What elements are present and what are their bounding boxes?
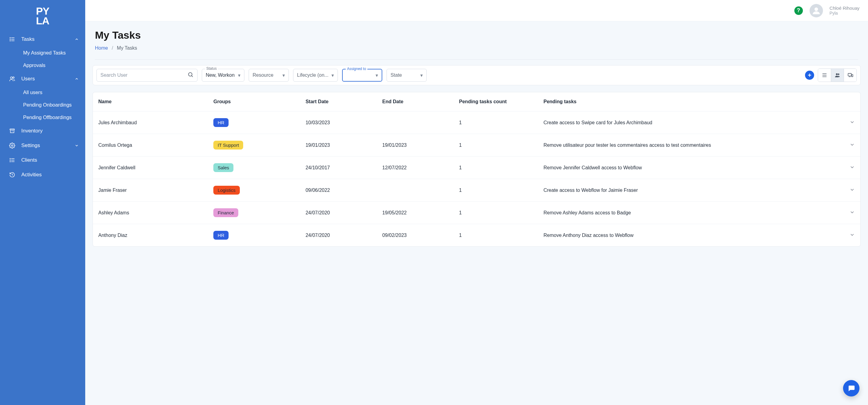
sidebar-item-tasks[interactable]: Tasks	[0, 32, 85, 47]
filter-value: New, Workon	[206, 73, 235, 78]
sidebar-item-label: Activities	[21, 172, 79, 178]
cell-start: 24/07/2020	[300, 224, 377, 247]
cell-count: 1	[454, 224, 538, 247]
filter-status[interactable]: Status New, Workon ▾	[202, 69, 244, 82]
filter-placeholder: Resource	[253, 73, 273, 78]
breadcrumb: Home / My Tasks	[95, 46, 858, 51]
sidebar-item-settings[interactable]: Settings	[0, 138, 85, 153]
cell-group: HR	[208, 112, 300, 134]
sidebar-item-my-assigned-tasks[interactable]: My Assigned Tasks	[0, 47, 85, 59]
sidebar-item-label: Tasks	[21, 36, 68, 42]
cell-end	[377, 112, 454, 134]
view-toggle	[818, 68, 857, 82]
search-input[interactable]	[100, 73, 187, 78]
col-end-date: End Date	[377, 92, 454, 112]
chevron-up-icon	[74, 37, 79, 42]
cell-task: Create access to Swipe card for Jules Ar…	[538, 112, 822, 134]
svg-rect-25	[848, 74, 851, 76]
cell-count: 1	[454, 112, 538, 134]
sidebar-item-inventory[interactable]: Inventory	[0, 124, 85, 138]
user-meta: Chloé Rihouay Pyla	[830, 5, 860, 16]
cell-end: 12/07/2022	[377, 156, 454, 179]
table-row[interactable]: Jules ArchimbaudHR10/03/20231Create acce…	[93, 112, 860, 134]
page-title: My Tasks	[95, 29, 858, 41]
expand-row-button[interactable]	[822, 224, 860, 247]
avatar[interactable]	[810, 4, 823, 17]
sidebar-item-label: Inventory	[21, 128, 79, 134]
cell-task: Remove Jennifer Caldwell access to Webfl…	[538, 156, 822, 179]
table-row[interactable]: Ashley AdamsFinance24/07/202019/05/20221…	[93, 202, 860, 224]
search-icon	[187, 71, 193, 79]
cell-group: Sales	[208, 156, 300, 179]
cell-name: Comilus Ortega	[93, 134, 208, 156]
group-tag: IT Support	[213, 141, 243, 149]
sidebar-item-approvals[interactable]: Approvals	[0, 59, 85, 71]
expand-row-button[interactable]	[822, 179, 860, 202]
filter-label: Status	[205, 66, 218, 70]
expand-row-button[interactable]	[822, 134, 860, 156]
sidebar-item-pending-onboardings[interactable]: Pending Onboardings	[0, 99, 85, 111]
breadcrumb-current: My Tasks	[117, 46, 137, 51]
sidebar-item-label: Approvals	[23, 62, 45, 68]
svg-point-18	[188, 73, 192, 76]
sidebar-item-all-users[interactable]: All users	[0, 86, 85, 99]
view-devices-button[interactable]	[844, 69, 857, 82]
cell-name: Jules Archimbaud	[93, 112, 208, 134]
filter-placeholder: State	[391, 73, 402, 78]
sidebar-item-activities[interactable]: Activities	[0, 168, 85, 182]
breadcrumb-home-link[interactable]: Home	[95, 46, 108, 51]
list-icon	[9, 36, 15, 42]
search-input-wrap[interactable]	[96, 69, 197, 82]
filter-label: Assigned to	[346, 67, 367, 71]
chevron-down-icon	[849, 142, 855, 147]
svg-rect-8	[10, 129, 14, 130]
table-row[interactable]: Anthony DiazHR24/07/202009/02/20231Remov…	[93, 224, 860, 247]
svg-point-23	[836, 74, 838, 75]
sidebar-item-clients[interactable]: Clients	[0, 153, 85, 168]
table-row[interactable]: Jamie FraserLogistics09/06/20221Create a…	[93, 179, 860, 202]
table-row[interactable]: Comilus OrtegaIT Support19/01/202319/01/…	[93, 134, 860, 156]
view-list-button[interactable]	[818, 69, 831, 82]
chevron-down-icon	[849, 119, 855, 125]
group-tag: Logistics	[213, 186, 240, 195]
svg-point-3	[10, 37, 11, 38]
cell-start: 24/07/2020	[300, 202, 377, 224]
cell-count: 1	[454, 179, 538, 202]
sidebar-item-label: My Assigned Tasks	[23, 50, 66, 55]
chevron-down-icon: ▾	[282, 73, 285, 78]
sidebar-item-pending-offboardings[interactable]: Pending Offboardings	[0, 111, 85, 124]
expand-row-button[interactable]	[822, 156, 860, 179]
chat-fab[interactable]	[843, 380, 860, 397]
svg-point-10	[11, 145, 13, 146]
cell-group: HR	[208, 224, 300, 247]
question-icon: ?	[797, 7, 800, 14]
cell-task: Create access to Webflow for Jaimie Fras…	[538, 179, 822, 202]
sidebar-item-label: All users	[23, 89, 42, 95]
user-name: Chloé Rihouay	[830, 5, 860, 11]
history-icon	[9, 172, 15, 178]
expand-row-button[interactable]	[822, 112, 860, 134]
svg-line-19	[192, 76, 193, 77]
filter-resource[interactable]: Resource ▾	[249, 69, 289, 82]
filter-assigned-to[interactable]: Assigned to ▾	[342, 69, 382, 82]
help-button[interactable]: ?	[794, 6, 803, 15]
filter-state[interactable]: State ▾	[386, 69, 427, 82]
filter-lifecycle[interactable]: Lifecycle (on... ▾	[293, 69, 338, 82]
sidebar-item-users[interactable]: Users	[0, 71, 85, 86]
chevron-down-icon: ▾	[332, 73, 334, 78]
cell-start: 09/06/2022	[300, 179, 377, 202]
cell-end: 09/02/2023	[377, 224, 454, 247]
view-people-button[interactable]	[831, 69, 844, 82]
divider	[95, 59, 858, 60]
group-tag: HR	[213, 231, 228, 240]
table-row[interactable]: Jennifer CaldwellSales24/10/201712/07/20…	[93, 156, 860, 179]
add-button[interactable]: +	[805, 70, 814, 80]
chevron-down-icon	[74, 143, 79, 148]
expand-row-button[interactable]	[822, 202, 860, 224]
chevron-down-icon	[849, 165, 855, 170]
svg-point-7	[13, 77, 14, 78]
cell-count: 1	[454, 156, 538, 179]
cell-task: Remove Anthony Diaz access to Webflow	[538, 224, 822, 247]
plus-icon: +	[808, 72, 811, 79]
list-icon	[9, 157, 15, 163]
